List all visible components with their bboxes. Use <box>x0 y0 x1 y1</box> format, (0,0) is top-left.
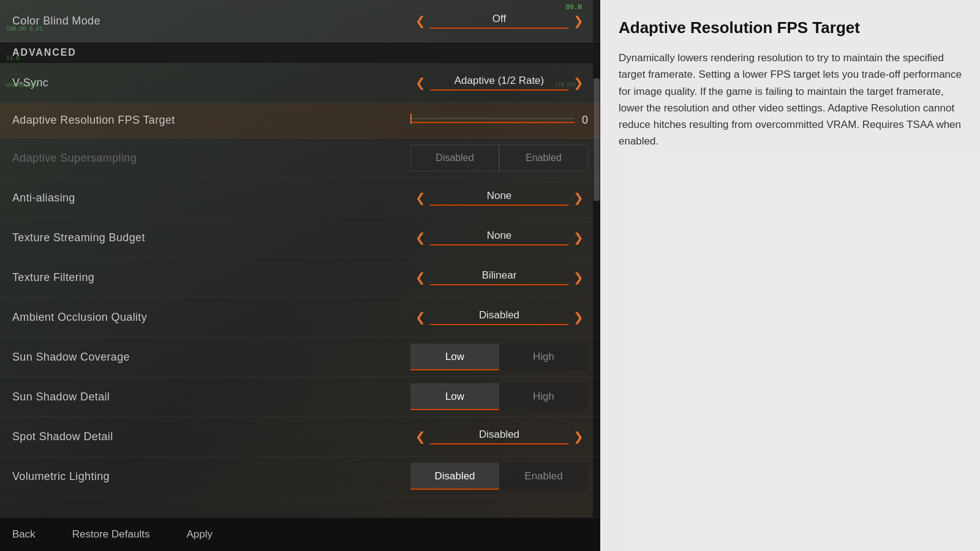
vsync-label: V-Sync <box>12 77 48 89</box>
color-blind-control: ❮ Off ❯ <box>410 7 588 34</box>
texture-filtering-value-display: Bilinear <box>430 269 568 285</box>
sun-shadow-coverage-high-btn[interactable]: High <box>499 343 588 370</box>
adaptive-res-cursor <box>410 114 412 124</box>
texture-filtering-prev-btn[interactable]: ❮ <box>410 264 430 291</box>
ambient-occlusion-value-display: Disabled <box>430 309 568 325</box>
volumetric-lighting-label: Volumetric Lighting <box>12 470 110 483</box>
ambient-occlusion-prev-btn[interactable]: ❮ <box>410 304 430 331</box>
adaptive-supersampling-enabled-btn[interactable]: Enabled <box>499 144 588 171</box>
texture-streaming-prev-btn[interactable]: ❮ <box>410 224 430 251</box>
anti-aliasing-row: Anti-aliasing ❮ None ❯ <box>0 178 600 218</box>
anti-aliasing-value-display: None <box>430 190 568 206</box>
volumetric-lighting-enabled-btn[interactable]: Enabled <box>499 463 588 490</box>
sun-shadow-detail-low-btn[interactable]: Low <box>410 383 499 410</box>
texture-streaming-label: Texture Streaming Budget <box>12 231 145 244</box>
adaptive-resolution-label: Adaptive Resolution FPS Target <box>12 114 175 127</box>
sun-shadow-coverage-low-underline <box>410 369 499 370</box>
vsync-value: Adaptive (1/2 Rate) <box>430 75 568 87</box>
vsync-underline <box>430 89 568 91</box>
adaptive-res-orange-line <box>410 122 575 123</box>
color-blind-prev-btn[interactable]: ❮ <box>410 7 430 34</box>
back-button[interactable]: Back <box>12 528 36 541</box>
texture-streaming-value: None <box>430 230 568 242</box>
spot-shadow-detail-prev-btn[interactable]: ❮ <box>410 423 430 450</box>
vsync-prev-btn[interactable]: ❮ <box>410 69 430 96</box>
spot-shadow-detail-value: Disabled <box>430 429 568 441</box>
adaptive-resolution-value: 0 <box>582 114 588 127</box>
texture-filtering-value: Bilinear <box>430 269 568 282</box>
spot-shadow-detail-label: Spot Shadow Detail <box>12 430 113 443</box>
description-panel: Adaptive Resolution FPS Target Dynamical… <box>600 0 980 551</box>
anti-aliasing-underline <box>430 204 568 206</box>
volumetric-lighting-row: Volumetric Lighting Disabled Enabled <box>0 457 600 497</box>
texture-streaming-control: ❮ None ❯ <box>410 224 588 251</box>
texture-streaming-underline <box>430 244 568 246</box>
anti-aliasing-prev-btn[interactable]: ❮ <box>410 184 430 211</box>
sun-shadow-coverage-high-label: High <box>533 351 554 363</box>
restore-defaults-button[interactable]: Restore Defaults <box>72 528 150 541</box>
anti-aliasing-label: Anti-aliasing <box>12 192 75 204</box>
adaptive-res-slider-bar[interactable] <box>410 118 575 119</box>
sun-shadow-detail-label: Sun Shadow Detail <box>12 391 110 403</box>
ambient-occlusion-row: Ambient Occlusion Quality ❮ Disabled ❯ <box>0 298 600 337</box>
advanced-header-row: ADVANCED <box>0 42 600 63</box>
volumetric-lighting-enabled-label: Enabled <box>524 470 562 482</box>
vsync-row: V-Sync ❮ Adaptive (1/2 Rate) ❯ <box>0 63 600 103</box>
sun-shadow-detail-low-label: Low <box>445 391 464 403</box>
sun-shadow-detail-control: Low High <box>410 383 588 410</box>
ambient-occlusion-underline <box>430 324 568 325</box>
texture-filtering-next-btn[interactable]: ❯ <box>568 264 588 291</box>
adaptive-resolution-control: 0 <box>410 114 588 127</box>
settings-panel: 100.00 0.01 14.N 80.N WWWWWWWWWWW 179 FP… <box>0 0 600 551</box>
texture-streaming-value-display: None <box>430 230 568 246</box>
texture-filtering-row: Texture Filtering ❮ Bilinear ❯ <box>0 258 600 298</box>
sun-shadow-coverage-row: Sun Shadow Coverage Low High <box>0 337 600 377</box>
texture-filtering-control: ❮ Bilinear ❯ <box>410 264 588 291</box>
volumetric-lighting-disabled-btn[interactable]: Disabled <box>410 463 499 490</box>
texture-filtering-underline <box>430 284 568 285</box>
vsync-next-btn[interactable]: ❯ <box>568 69 588 96</box>
texture-streaming-next-btn[interactable]: ❯ <box>568 224 588 251</box>
spot-shadow-detail-control: ❮ Disabled ❯ <box>410 423 588 450</box>
sun-shadow-coverage-label: Sun Shadow Coverage <box>12 351 130 364</box>
volumetric-lighting-disabled-underline <box>410 489 499 490</box>
texture-filtering-label: Texture Filtering <box>12 271 94 284</box>
vsync-control: ❮ Adaptive (1/2 Rate) ❯ <box>410 69 588 96</box>
sun-shadow-detail-low-underline <box>410 409 499 410</box>
bottom-bar: Back Restore Defaults Apply <box>0 517 600 551</box>
spot-shadow-detail-row: Spot Shadow Detail ❮ Disabled ❯ <box>0 417 600 457</box>
color-blind-value: Off <box>430 13 568 25</box>
color-blind-next-btn[interactable]: ❯ <box>568 7 588 34</box>
sun-shadow-detail-high-btn[interactable]: High <box>499 383 588 410</box>
color-blind-underline <box>430 28 568 29</box>
adaptive-res-slider-container <box>410 118 575 123</box>
settings-content: Color Blind Mode ❮ Off ❯ ADVANCED V-Sync… <box>0 0 600 497</box>
sun-shadow-coverage-control: Low High <box>410 343 588 370</box>
adaptive-resolution-row: Adaptive Resolution FPS Target 0 <box>0 103 600 138</box>
advanced-header: ADVANCED <box>12 47 77 58</box>
sun-shadow-detail-row: Sun Shadow Detail Low High <box>0 377 600 417</box>
ambient-occlusion-value: Disabled <box>430 309 568 321</box>
spot-shadow-detail-next-btn[interactable]: ❯ <box>568 423 588 450</box>
adaptive-supersampling-label: Adaptive Supersampling <box>12 152 137 165</box>
volumetric-lighting-disabled-label: Disabled <box>434 470 475 482</box>
adaptive-supersampling-control: Disabled Enabled <box>410 144 588 171</box>
adaptive-supersampling-disabled-btn[interactable]: Disabled <box>410 144 499 171</box>
volumetric-lighting-control: Disabled Enabled <box>410 463 588 490</box>
apply-button[interactable]: Apply <box>186 528 213 541</box>
description-title: Adaptive Resolution FPS Target <box>619 18 962 37</box>
sun-shadow-coverage-low-label: Low <box>445 351 464 363</box>
anti-aliasing-control: ❮ None ❯ <box>410 184 588 211</box>
ambient-occlusion-control: ❮ Disabled ❯ <box>410 304 588 331</box>
texture-streaming-row: Texture Streaming Budget ❮ None ❯ <box>0 218 600 258</box>
spot-shadow-detail-value-display: Disabled <box>430 429 568 444</box>
ambient-occlusion-next-btn[interactable]: ❯ <box>568 304 588 331</box>
color-blind-value-display: Off <box>430 13 568 29</box>
color-blind-label: Color Blind Mode <box>12 15 100 28</box>
anti-aliasing-next-btn[interactable]: ❯ <box>568 184 588 211</box>
adaptive-supersampling-row: Adaptive Supersampling Disabled Enabled <box>0 138 600 178</box>
anti-aliasing-value: None <box>430 190 568 202</box>
sun-shadow-coverage-low-btn[interactable]: Low <box>410 343 499 370</box>
description-body: Dynamically lowers rendering resolution … <box>619 50 962 149</box>
spot-shadow-detail-underline <box>430 443 568 444</box>
